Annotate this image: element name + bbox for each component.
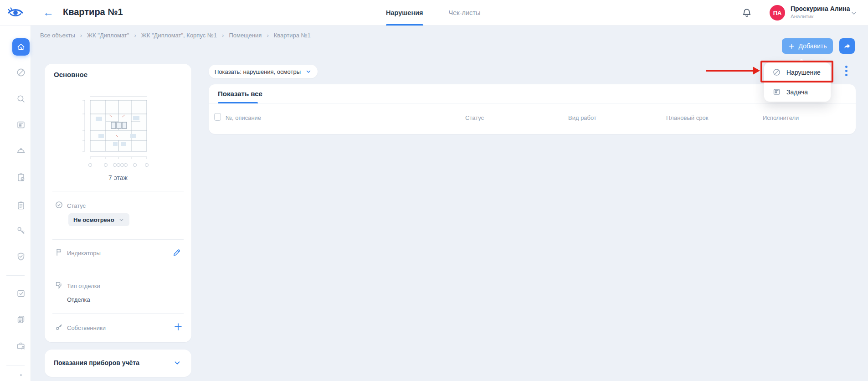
sidebar-nav [0, 26, 31, 381]
sidebar-item-construction helmet-icon[interactable] [16, 146, 26, 156]
breadcrumb-item-current: Квартира №1 [274, 32, 311, 39]
pencil-edit-icon[interactable] [172, 248, 181, 257]
divider [52, 191, 184, 191]
status-label: Статус [67, 202, 86, 209]
active-tab-underline [218, 102, 258, 103]
column-header-status[interactable]: Статус [465, 114, 484, 121]
menu-item-task-label: Задача [786, 88, 808, 96]
breadcrumb: Все объекты › ЖК "Дипломат" › ЖК "Диплом… [40, 30, 311, 40]
home-icon [16, 42, 26, 51]
menu-item-violation[interactable]: Нарушение [764, 62, 831, 82]
status-value: Не осмотрено [73, 216, 114, 223]
breadcrumb-item[interactable]: Все объекты [40, 32, 75, 39]
share-button[interactable] [839, 38, 855, 54]
sidebar-item-violations prohibition-icon[interactable] [16, 67, 26, 77]
select-all-checkbox[interactable] [214, 113, 221, 121]
eye-logo [7, 6, 24, 19]
filter-label: Показать: нарушения, осмотры [215, 68, 301, 75]
breadcrumb-item[interactable]: Помещения [229, 32, 262, 39]
breadcrumb-item[interactable]: ЖК "Дипломат", Корпус №1 [141, 32, 217, 39]
indicators-label: Индикаторы [67, 250, 101, 257]
sidebar-item-documents copy-docs-icon[interactable] [16, 314, 26, 324]
page-title: Квартира №1 [63, 7, 123, 17]
sidebar-divider [6, 366, 25, 366]
sidebar-item-search search-icon[interactable] [16, 94, 26, 104]
sidebar-overflow-dot [20, 374, 22, 376]
divider [52, 270, 184, 270]
sidebar-item-cards card-icon[interactable] [16, 120, 26, 130]
top-bar: ← Квартира №1 Нарушения Чек-листы ПА Про… [0, 0, 868, 26]
sidebar-divider [6, 275, 25, 276]
finish-type-label: Тип отделки [67, 283, 100, 289]
back-button[interactable]: ← [43, 6, 54, 19]
breadcrumb-separator: › [222, 32, 224, 39]
breadcrumb-separator: › [267, 32, 268, 39]
column-header-work-type[interactable]: Вид работ [568, 114, 596, 121]
task-card-icon [772, 88, 781, 96]
divider [52, 313, 184, 314]
menu-item-task[interactable]: Задача [764, 82, 831, 102]
floor-plan-image[interactable] [77, 96, 158, 171]
divider [52, 239, 184, 240]
tab-show-all[interactable]: Показать все [218, 84, 262, 103]
sidebar-item-access key-icon[interactable] [16, 226, 26, 236]
violations-table-card: Показать все №, описание Статус Вид рабо… [209, 84, 856, 134]
floor-caption: 7 этаж [45, 174, 191, 181]
object-info-card: Основное 7 э [45, 64, 191, 342]
chevron-down-icon[interactable] [173, 359, 181, 367]
chevron-down-icon [305, 68, 312, 75]
owner-key-icon [55, 323, 63, 331]
annotation-red-arrow-head [753, 67, 760, 75]
breadcrumb-item[interactable]: ЖК "Дипломат" [87, 32, 129, 39]
column-header-description[interactable]: №, описание [226, 114, 261, 121]
panel-title: Основное [54, 71, 87, 78]
tab-checklists-label: Чек-листы [449, 9, 481, 16]
sidebar-item-acts clipboard-list-icon[interactable] [16, 201, 26, 211]
meters-label: Показания приборов учёта [54, 359, 139, 366]
menu-item-violation-label: Нарушение [786, 69, 821, 76]
chevron-down-icon [118, 217, 124, 223]
tab-violations-label: Нарушения [386, 9, 423, 16]
notification-bell-icon[interactable] [741, 7, 752, 18]
sidebar-item-contractors briefcase-user-icon[interactable] [16, 341, 26, 351]
tab-violations[interactable]: Нарушения [386, 0, 423, 26]
add-button[interactable]: Добавить [782, 38, 833, 54]
sidebar-item-tasks checkbox-icon[interactable] [16, 288, 26, 299]
owners-label: Собственники [67, 324, 106, 331]
status-select[interactable]: Не осмотрено [68, 213, 129, 226]
sidebar-item-home[interactable] [12, 38, 30, 56]
column-header-assignees[interactable]: Исполнители [763, 114, 799, 121]
circle-check-icon [55, 201, 63, 209]
tag-icon [55, 281, 63, 289]
annotation-red-arrow [706, 70, 754, 72]
breadcrumb-separator: › [80, 32, 82, 39]
share-forward-icon [843, 42, 851, 50]
user-avatar[interactable]: ПА [770, 5, 785, 21]
sidebar-item-security shield-check-icon[interactable] [16, 252, 26, 262]
kebab-menu-button[interactable] [843, 66, 849, 78]
show-filter-select[interactable]: Показать: нарушения, осмотры [209, 65, 318, 78]
active-tab-underline [386, 24, 423, 26]
prohibition-icon [772, 68, 781, 77]
user-menu-chevron-icon[interactable] [850, 10, 858, 17]
table-tabs-row: Показать все [209, 84, 856, 103]
breadcrumb-separator: › [134, 32, 136, 39]
user-name: Проскурина Алина [791, 5, 850, 12]
sidebar-item-inspections clipboard-check-icon[interactable] [16, 172, 26, 182]
add-button-label: Добавить [799, 42, 827, 50]
plus-icon [788, 43, 795, 50]
meters-card[interactable]: Показания приборов учёта [45, 350, 191, 377]
user-role: Аналитик [791, 14, 813, 19]
add-dropdown-menu: Нарушение Задача [764, 62, 831, 102]
column-header-deadline[interactable]: Плановый срок [666, 114, 708, 121]
tab-checklists[interactable]: Чек-листы [449, 0, 481, 26]
add-owner-button plus-icon[interactable] [173, 322, 183, 332]
finish-type-value: Отделка [67, 296, 90, 303]
flag-icon [55, 248, 63, 257]
topbar-tabs: Нарушения Чек-листы [386, 0, 480, 26]
